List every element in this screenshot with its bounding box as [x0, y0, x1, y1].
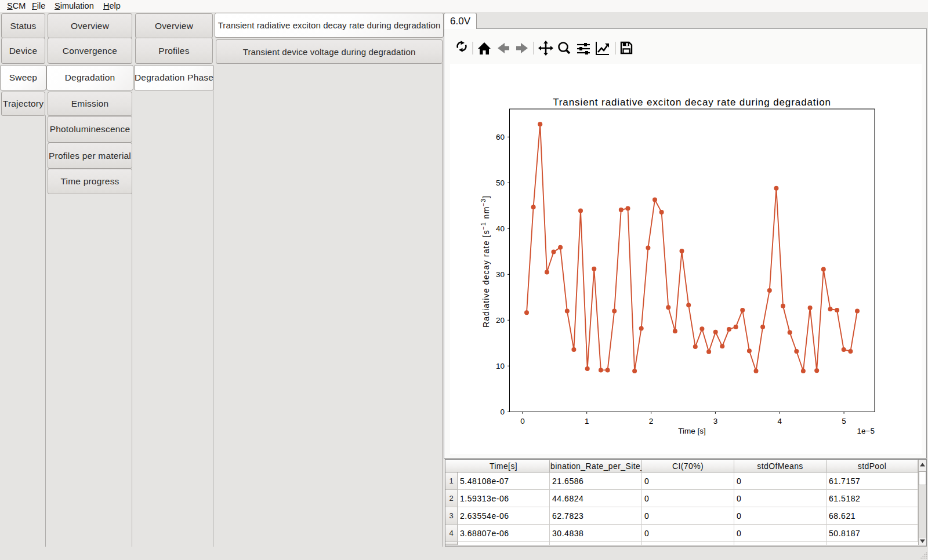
- svg-text:1: 1: [585, 417, 589, 426]
- svg-text:30: 30: [496, 270, 505, 279]
- svg-text:50: 50: [496, 179, 505, 187]
- svg-text:60: 60: [496, 133, 505, 141]
- svg-text:1e−5: 1e−5: [857, 427, 875, 435]
- svg-text:40: 40: [496, 224, 505, 233]
- svg-text:20: 20: [496, 316, 505, 325]
- svg-text:10: 10: [496, 362, 505, 370]
- svg-text:Radiative decay rate [s−1 nm−3: Radiative decay rate [s−1 nm−3]: [480, 195, 491, 328]
- svg-text:2: 2: [649, 417, 654, 426]
- svg-text:5: 5: [842, 417, 846, 426]
- svg-text:0: 0: [520, 417, 525, 426]
- svg-text:0: 0: [500, 408, 505, 416]
- svg-text:Time [s]: Time [s]: [678, 427, 706, 435]
- svg-text:3: 3: [713, 417, 718, 426]
- svg-text:4: 4: [777, 417, 782, 426]
- svg-text:Transient radiative exciton de: Transient radiative exciton decay rate d…: [553, 97, 831, 108]
